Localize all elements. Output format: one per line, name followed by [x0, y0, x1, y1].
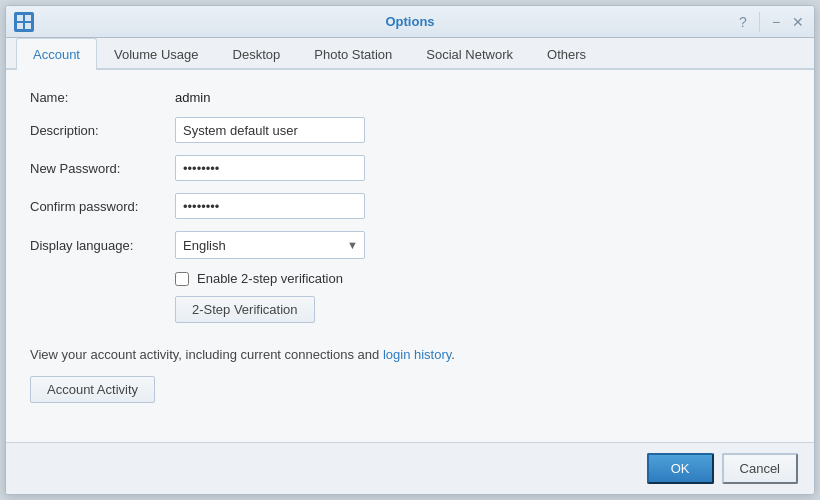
activity-text-prefix: View your account activity, including cu…	[30, 347, 383, 362]
display-language-label: Display language:	[30, 238, 175, 253]
enable-2step-checkbox[interactable]	[175, 272, 189, 286]
svg-rect-0	[17, 15, 23, 21]
login-history-link[interactable]: login history	[383, 347, 451, 362]
activity-text-suffix: .	[451, 347, 455, 362]
tab-bar: Account Volume Usage Desktop Photo Stati…	[6, 38, 814, 70]
tab-account[interactable]: Account	[16, 38, 97, 70]
help-button[interactable]: ?	[735, 14, 751, 30]
window-title: Options	[385, 14, 434, 29]
enable-2step-label: Enable 2-step verification	[197, 271, 343, 286]
title-bar-left	[14, 12, 34, 32]
confirm-password-input[interactable]	[175, 193, 365, 219]
enable-2step-row: Enable 2-step verification	[175, 271, 790, 286]
new-password-input[interactable]	[175, 155, 365, 181]
name-value: admin	[175, 90, 210, 105]
account-activity-button[interactable]: Account Activity	[30, 376, 155, 403]
description-label: Description:	[30, 123, 175, 138]
name-row: Name: admin	[30, 90, 790, 105]
tab-volume-usage[interactable]: Volume Usage	[97, 38, 216, 70]
svg-rect-3	[25, 23, 31, 29]
svg-rect-1	[25, 15, 31, 21]
new-password-label: New Password:	[30, 161, 175, 176]
activity-description: View your account activity, including cu…	[30, 347, 790, 362]
footer: OK Cancel	[6, 442, 814, 494]
step-verification-row: 2-Step Verification	[30, 296, 790, 337]
confirm-password-label: Confirm password:	[30, 199, 175, 214]
cancel-button[interactable]: Cancel	[722, 453, 798, 484]
control-separator	[759, 12, 760, 32]
new-password-row: New Password:	[30, 155, 790, 181]
app-icon	[14, 12, 34, 32]
svg-rect-2	[17, 23, 23, 29]
step-verification-button[interactable]: 2-Step Verification	[175, 296, 315, 323]
tab-desktop[interactable]: Desktop	[216, 38, 298, 70]
name-label: Name:	[30, 90, 175, 105]
description-row: Description:	[30, 117, 790, 143]
close-button[interactable]: ✕	[790, 14, 806, 30]
tab-others[interactable]: Others	[530, 38, 603, 70]
options-window: Options ? − ✕ Account Volume Usage Deskt…	[5, 5, 815, 495]
language-select[interactable]: English Chinese (Traditional) Chinese (S…	[175, 231, 365, 259]
window-controls: ? − ✕	[735, 12, 806, 32]
confirm-password-row: Confirm password:	[30, 193, 790, 219]
main-content: Name: admin Description: New Password: C…	[6, 70, 814, 442]
tab-social-network[interactable]: Social Network	[409, 38, 530, 70]
ok-button[interactable]: OK	[647, 453, 714, 484]
minimize-button[interactable]: −	[768, 14, 784, 30]
language-select-wrapper: English Chinese (Traditional) Chinese (S…	[175, 231, 365, 259]
tab-photo-station[interactable]: Photo Station	[297, 38, 409, 70]
description-input[interactable]	[175, 117, 365, 143]
display-language-row: Display language: English Chinese (Tradi…	[30, 231, 790, 259]
title-bar: Options ? − ✕	[6, 6, 814, 38]
